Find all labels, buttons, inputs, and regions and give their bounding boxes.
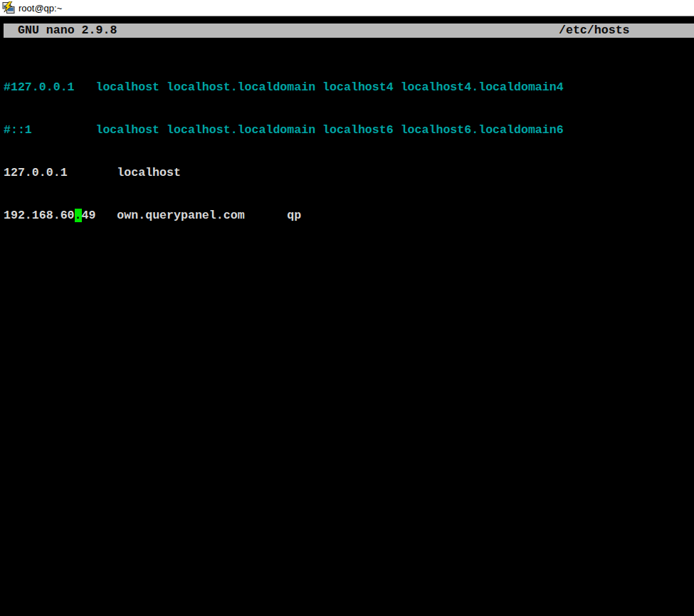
nano-file-path: /etc/hosts — [559, 24, 630, 38]
hosts-line-localhost: 127.0.0.1 localhost — [4, 166, 564, 180]
putty-terminal-icon[interactable] — [2, 1, 15, 14]
hosts-line-querypanel: 192.168.60.49 own.querypanel.com qp — [4, 209, 564, 223]
window-titlebar[interactable]: root@qp:~ — [0, 0, 694, 16]
nano-version-label: GNU nano 2.9.8 — [18, 24, 117, 38]
line-segment-post-cursor: 49 own.querypanel.com qp — [82, 209, 302, 222]
line-segment-pre-cursor: 192.168.60 — [4, 209, 75, 222]
terminal-screen[interactable]: GNU nano 2.9.8 /etc/hosts #127.0.0.1 loc… — [0, 17, 694, 616]
nano-title-bar: GNU nano 2.9.8 /etc/hosts — [4, 24, 694, 38]
text-cursor: . — [75, 209, 82, 222]
putty-window: root@qp:~ GNU nano 2.9.8 /etc/hosts #127… — [0, 0, 694, 616]
window-title: root@qp:~ — [19, 0, 62, 16]
hosts-line-comment-ipv4: #127.0.0.1 localhost localhost.localdoma… — [4, 80, 564, 95]
hosts-line-comment-ipv6: #::1 localhost localhost.localdomain loc… — [4, 123, 564, 137]
nano-editor-area[interactable]: #127.0.0.1 localhost localhost.localdoma… — [4, 52, 564, 251]
